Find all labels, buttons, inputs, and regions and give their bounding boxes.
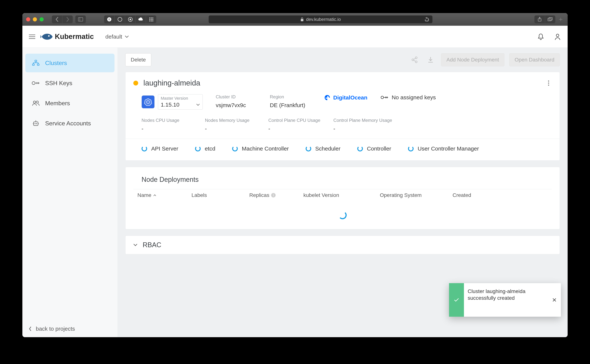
spinner-icon [141,146,147,151]
svg-rect-11 [151,19,152,20]
ext-cloud[interactable] [135,15,146,23]
extension-buttons: B [104,15,156,23]
new-tab-button[interactable] [557,16,564,23]
svg-rect-27 [37,64,39,65]
sidebar-item-label: Clusters [45,60,67,66]
region-value: DE (Frankfurt) [270,102,311,108]
cloud-provider: DigitalOcean [324,94,367,101]
col-label: kubelet Version [303,192,339,198]
brand-logo[interactable]: Kubermatic [40,32,94,42]
svg-point-6 [130,19,131,20]
svg-rect-8 [151,18,152,19]
tabs-button[interactable] [545,15,555,23]
back-to-projects[interactable]: back to projects [22,320,118,337]
delete-label: Delete [131,57,146,63]
spinner-icon [195,146,201,151]
cluster-card: laughing-almeida Master Version 1.15 [125,72,560,161]
col-name[interactable]: Name [137,192,190,198]
sidebar-toggle[interactable] [75,15,86,23]
component-label: etcd [205,145,215,152]
share-button[interactable] [534,15,545,23]
members-icon [32,99,40,107]
svg-text:B: B [108,18,110,21]
delete-button[interactable]: Delete [125,53,151,66]
svg-rect-12 [152,19,153,20]
col-created[interactable]: Created [453,192,494,198]
reload-icon[interactable] [424,17,429,22]
svg-rect-13 [149,20,150,21]
table-loading [133,201,552,229]
toast-status-bar [449,283,464,317]
address-bar[interactable]: dev.kubermatic.io [209,15,432,23]
svg-point-34 [412,59,414,61]
region-label: Region [270,94,311,99]
key-icon [380,95,389,100]
kubermatic-fish-icon [40,32,53,42]
forward-button[interactable] [62,15,73,23]
check-icon [454,298,459,302]
col-kubelet[interactable]: kubelet Version [303,192,378,198]
chevron-down-icon [133,244,137,246]
project-name: default [105,33,122,40]
component-label: Scheduler [315,145,340,152]
account-button[interactable] [553,32,562,41]
component-label: User Controller Manager [418,145,479,152]
cluster-menu-button[interactable] [545,80,552,86]
col-labels[interactable]: Labels [192,192,247,198]
robot-icon [32,119,40,127]
svg-rect-19 [549,18,552,20]
chevron-down-icon [196,104,200,106]
component-label: API Server [151,145,178,152]
metric-value: - [205,126,255,132]
close-window[interactable] [26,17,30,21]
metric-label: Control Plane Memory Usage [333,118,392,123]
col-os[interactable]: Operating System [380,192,451,198]
add-node-deployment-button[interactable]: Add Node Deployment [441,53,504,66]
back-button[interactable] [52,15,62,23]
sidebar-item-members[interactable]: Members [25,94,114,112]
sidebar-item-sshkeys[interactable]: SSH Keys [25,74,114,92]
components-row: API Server etcd Machine Controller Sched… [133,144,552,154]
svg-point-32 [35,123,36,124]
rbac-toggle[interactable]: RBAC [133,241,552,249]
col-label: Labels [192,192,207,198]
svg-point-33 [36,123,37,124]
ext-3[interactable] [125,15,135,23]
cluster-icon [32,59,40,67]
provider-name: DigitalOcean [333,94,367,101]
info-icon[interactable]: i [271,193,276,197]
open-dashboard-button[interactable]: Open Dashboard [509,53,560,66]
node-deployments-title: Node Deployments [141,176,552,183]
ext-1[interactable]: B [104,15,114,23]
sidebar-item-serviceaccounts[interactable]: Service Accounts [25,114,114,133]
maximize-window[interactable] [40,17,44,21]
component-label: Controller [367,145,391,152]
download-button[interactable] [425,54,436,65]
cluster-status-dot [133,81,138,85]
brand-text: Kubermatic [55,32,94,41]
sidebar-toggle-group [75,15,86,23]
cluster-name: laughing-almeida [143,79,200,87]
master-version-group: Master Version 1.15.10 [141,94,203,110]
notifications-button[interactable] [537,32,545,41]
menu-button[interactable] [28,33,36,40]
project-selector[interactable]: default [105,33,129,40]
master-version-select[interactable]: Master Version 1.15.10 [158,94,203,110]
open-dash-label: Open Dashboard [515,57,554,63]
ext-2[interactable] [114,15,125,23]
rbac-title: RBAC [143,241,161,249]
titlebar: B dev.kubermatic.io [22,13,568,26]
sidebar-item-clusters[interactable]: Clusters [25,54,114,72]
ext-grid[interactable] [146,15,156,23]
col-replicas[interactable]: Replicas i [249,192,302,198]
col-label: Name [137,192,152,198]
col-label: Created [453,192,471,198]
minimize-window[interactable] [33,17,37,21]
chevron-left-icon [29,326,32,331]
ssh-keys-assigned[interactable]: No assigned keys [380,94,436,101]
toast-close-button[interactable] [548,283,561,317]
svg-point-30 [36,101,38,103]
kubernetes-icon [141,95,155,108]
svg-rect-9 [152,18,153,19]
share-cluster-button[interactable] [409,54,420,65]
